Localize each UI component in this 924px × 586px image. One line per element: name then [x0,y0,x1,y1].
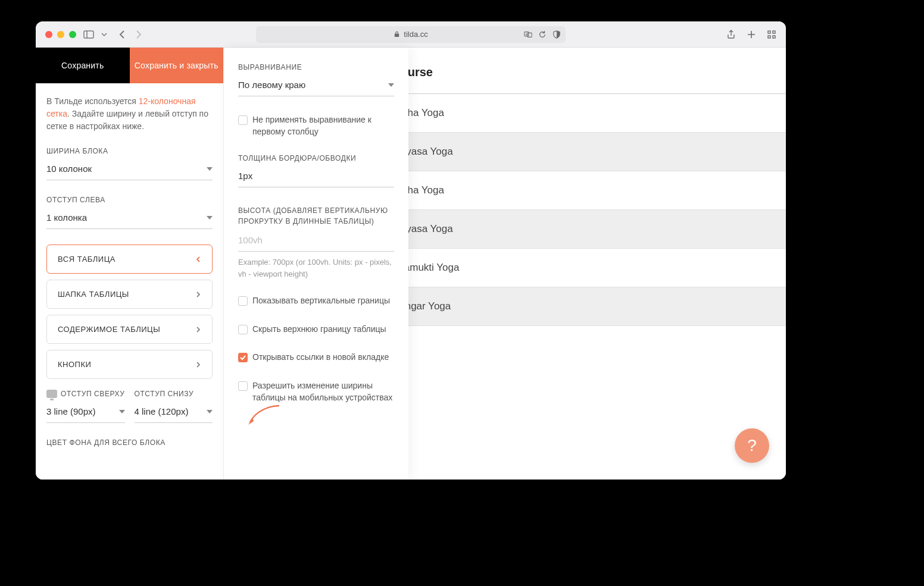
app-area: Сохранить Сохранить и закрыть В Тильде и… [36,48,786,480]
border-select[interactable]: 1px [238,167,394,187]
svg-rect-11 [773,36,775,38]
accordion-buttons-label: КНОПКИ [58,360,91,369]
screen-icon [46,390,57,398]
accordion-content-label: СОДЕРЖИМОЕ ТАБЛИЦЫ [58,325,160,334]
block-width-value: 10 колонок [46,164,92,174]
svg-rect-9 [773,31,775,33]
checkbox-checked-icon [238,353,248,362]
svg-marker-15 [207,410,213,413]
lock-icon [394,31,400,37]
height-hint: Example: 700px (or 100vh. Units: px - pi… [238,256,394,280]
save-button[interactable]: Сохранить [36,48,130,83]
accordion-buttons[interactable]: КНОПКИ [46,350,213,379]
margin-bottom-label: ОТСТУП СНИЗУ [135,390,213,398]
offset-left-value: 1 колонка [46,212,87,223]
svg-rect-0 [84,31,93,38]
accordion-all-table[interactable]: ВСЯ ТАБЛИЦА [46,245,213,274]
help-button[interactable]: ? [735,428,769,463]
svg-marker-14 [119,410,125,413]
hide-top-label: Скрыть верхнюю границу таблицы [252,324,386,336]
svg-text:A: A [526,32,527,35]
no-align-first-checkbox[interactable]: Не применять выравнивание к первому стол… [238,114,394,137]
browser-window: tilda.cc A Сохранить Сохранить и закрыть… [36,21,786,480]
reload-icon[interactable] [538,30,547,39]
border-value: 1px [238,171,252,181]
accordion-header-label: ШАПКА ТАБЛИЦЫ [58,290,129,299]
chevron-right-icon [195,362,201,368]
svg-marker-13 [207,216,213,220]
intro-suffix: . Задайте ширину и левый отступ по сетке… [46,109,208,131]
save-close-button[interactable]: Сохранить и закрыть [130,48,224,83]
offset-left-label: ОТСТУП СЛЕВА [46,196,213,204]
chevron-down-icon [207,166,213,172]
new-tab-icon[interactable] [747,30,756,39]
translate-icon[interactable]: A [524,30,532,39]
intro-text: В Тильде используется 12-колоночная сетк… [46,95,213,133]
height-label: ВЫСОТА (ДОБАВЛЯЕТ ВЕРТИКАЛЬНУЮ ПРОКРУТКУ… [238,205,394,227]
height-input[interactable] [238,231,394,252]
checkbox-unchecked-icon [238,115,248,125]
margin-top-label: ОТСТУП СВЕРХУ [46,390,125,398]
no-align-first-label: Не применять выравнивание к первому стол… [252,114,394,137]
arrow-annotation-icon [246,405,282,428]
svg-rect-4 [527,33,532,37]
shield-icon[interactable] [552,30,561,39]
chevron-down-icon [119,409,125,415]
bgcolor-label: ЦВЕТ ФОНА ДЛЯ ВСЕГО БЛОКА [46,438,213,447]
chevron-down-icon[interactable] [101,32,107,37]
chevron-right-icon [195,292,201,297]
nav-back-icon[interactable] [118,30,127,39]
show-vertical-checkbox[interactable]: Показывать вертикальные границы [238,295,394,307]
accordion-content[interactable]: СОДЕРЖИМОЕ ТАБЛИЦЫ [46,315,213,344]
chevron-left-icon [195,256,201,262]
checkbox-unchecked-icon [238,296,248,306]
sidebar-toggle-icon[interactable] [83,30,94,39]
margin-top-value: 3 line (90px) [46,406,96,416]
close-window[interactable] [45,31,52,38]
chevron-down-icon [388,82,394,88]
align-label: ВЫРАВНИВАНИЕ [238,63,394,71]
maximize-window[interactable] [69,31,76,38]
nav-forward-icon[interactable] [133,30,143,39]
url-text: tilda.cc [404,30,427,39]
align-select[interactable]: По левому краю [238,76,394,96]
table-settings-panel: ВЫРАВНИВАНИЕ По левому краю Не применять… [224,48,408,480]
block-width-select[interactable]: 10 колонок [46,160,213,180]
chevron-down-icon [207,215,213,221]
hide-top-checkbox[interactable]: Скрыть верхнюю границу таблицы [238,324,394,336]
svg-rect-2 [395,34,399,37]
window-controls [45,31,76,38]
address-bar[interactable]: tilda.cc A [256,26,566,43]
allow-resize-checkbox[interactable]: Разрешить изменение ширины таблицы на мо… [238,380,394,403]
svg-rect-8 [768,31,770,33]
margin-top-select[interactable]: 3 line (90px) [46,403,125,423]
align-value: По левому краю [238,80,305,90]
margin-bottom-select[interactable]: 4 line (120px) [135,403,213,423]
open-links-label: Открывать ссылки в новой вкладке [252,352,389,363]
svg-rect-10 [768,36,770,38]
allow-resize-label: Разрешить изменение ширины таблицы на мо… [252,380,394,403]
accordion-header[interactable]: ШАПКА ТАБЛИЦЫ [46,280,213,309]
offset-left-select[interactable]: 1 колонка [46,209,213,229]
intro-prefix: В Тильде используется [46,96,139,106]
minimize-window[interactable] [57,31,64,38]
th-course: Course [385,48,786,94]
browser-chrome: tilda.cc A [36,21,786,48]
tab-overview-icon[interactable] [767,30,776,39]
block-width-label: ШИРИНА БЛОКА [46,147,213,155]
margin-bottom-value: 4 line (120px) [135,406,189,416]
open-links-checkbox[interactable]: Открывать ссылки в новой вкладке [238,352,394,363]
settings-panel: Сохранить Сохранить и закрыть В Тильде и… [36,48,224,480]
share-icon[interactable] [726,30,736,39]
chevron-right-icon [195,327,201,333]
accordion-all-label: ВСЯ ТАБЛИЦА [58,255,116,264]
border-label: ТОЛЩИНА БОРДЮРА/ОБВОДКИ [238,154,394,162]
svg-marker-16 [388,83,394,87]
checkbox-unchecked-icon [238,381,248,391]
checkbox-unchecked-icon [238,325,248,334]
chevron-down-icon [207,409,213,415]
show-vertical-label: Показывать вертикальные границы [252,295,390,307]
svg-marker-12 [207,167,213,171]
